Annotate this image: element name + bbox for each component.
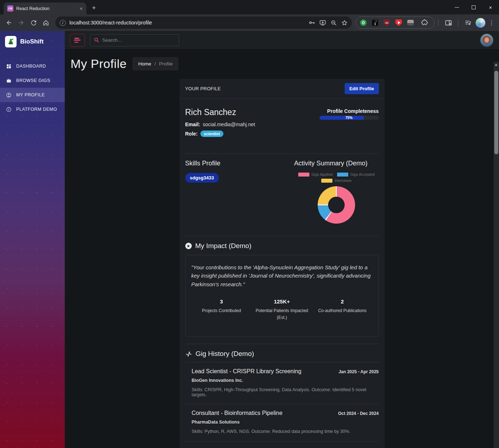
legend-swatch [321,179,332,183]
browser-tabstrip: CR React Reduction × + × [0,0,499,14]
home-icon [42,19,49,26]
reload-button[interactable] [27,17,40,29]
browser-toolbar: i localhost:3000/react-reduction/profile… [0,14,499,31]
site-info-icon[interactable]: i [60,20,66,26]
legend-item-gigs-accepted[interactable]: Gigs Accepted [337,172,375,177]
gig-details: Skills: CRISPR, High-Throughput Screenin… [192,387,379,397]
stat-label: Co-authored Publications [312,307,373,314]
tab-title: React Reduction [16,6,77,11]
donut-hole [328,197,345,213]
window-maximize-button[interactable] [465,0,482,14]
extension-robot-icon[interactable] [407,20,414,26]
sidebar-nav: DASHBOARD BROWSE GIGS MY PROFILE PLATFOR… [0,59,65,116]
address-bar[interactable]: i localhost:3000/react-reduction/profile [55,17,352,29]
search-input[interactable] [102,37,175,43]
page-scrollbar[interactable] [494,62,499,448]
legend-item-gigs-applied[interactable]: Gigs Applied [298,172,333,177]
tab-favicon: CR [7,5,13,12]
app-topbar [65,31,499,50]
sidebar-item-my-profile[interactable]: MY PROFILE [0,88,65,102]
chart-legend: Gigs Applied Gigs Accepted [294,172,379,183]
edit-profile-button[interactable]: Edit Profile [345,83,379,94]
playlist-icon [464,19,472,26]
profile-email-row: Email: social.media@mahj.net [185,122,255,127]
window-close-button[interactable]: × [482,0,499,14]
page-title: My Profile [71,57,127,71]
impact-star-icon: ★ [185,243,192,249]
side-panel-search-icon [445,19,452,27]
briefcase-icon [6,78,12,83]
legend-swatch [298,173,309,177]
gig-title: Consultant - Bioinformatics Pipeline [192,410,283,416]
person-icon [6,92,12,98]
legend-label: Gigs Accepted [350,172,375,177]
sidebar-item-dashboard[interactable]: DASHBOARD [0,59,65,73]
gig-company: PharmaData Solutions [192,420,379,425]
legend-swatch [337,173,348,177]
sidebar-item-label: MY PROFILE [16,92,45,97]
profile-card-header: YOUR PROFILE Edit Profile [180,79,385,99]
forward-button[interactable] [15,17,27,29]
divider [185,236,379,236]
extension-shield-icon[interactable]: UD [384,19,390,26]
extension-black-icon[interactable]: i [372,20,378,26]
side-panel-button[interactable] [442,17,454,29]
media-controls-button[interactable] [462,17,474,29]
password-manager-button[interactable] [307,17,317,28]
zoom-button[interactable] [328,17,339,28]
sidebar-item-browse-gigs[interactable]: BROWSE GIGS [0,73,65,88]
forward-icon [18,19,25,26]
profile-name: Rich Sanchez [185,108,255,117]
stat-patients: 125K+ Potential Patients Impacted (Est.) [252,298,312,321]
back-button[interactable] [3,17,15,29]
skills-activity-row: Skills Profile sdgsg3433 Activity Summar… [185,160,379,230]
brand[interactable]: BioShift [0,31,65,51]
gig-item: Lead Scientist - CRISPR Library Screenin… [185,367,379,399]
donut-chart-wrap [294,186,379,224]
play-icon [398,21,400,24]
browser-menu-button[interactable]: ⋮ [487,19,496,27]
toolbar-divider [458,19,458,26]
bookmark-button[interactable] [339,17,350,28]
stat-value: 3 [191,298,252,305]
info-circle-icon [6,107,12,112]
browser-profile-avatar[interactable] [476,18,485,28]
scrollbar-up-arrow-icon[interactable] [495,64,498,66]
divider [185,362,379,362]
window-minimize-button[interactable] [448,0,465,14]
stat-value: 125K+ [252,298,312,305]
user-avatar[interactable] [480,34,493,47]
skills-title: Skills Profile [185,160,221,167]
extension-green-icon[interactable]: D [360,19,367,26]
activity-title: Activity Summary (Demo) [294,160,379,167]
tab-close-icon[interactable]: × [80,6,83,11]
brand-name: BioShift [20,38,44,45]
new-tab-button[interactable]: + [89,3,99,13]
dashboard-grid-icon [6,64,12,69]
minimize-icon [455,7,459,8]
home-button[interactable] [40,17,52,29]
sidebar: BioShift DASHBOARD BROWSE GIGS MY PROFIL… [0,31,65,448]
extension-play-shield-icon[interactable] [395,19,402,26]
profile-completeness: Profile Completeness 75% [319,108,379,148]
extensions-puzzle-button[interactable] [419,17,430,28]
gig-history-heading: Gig History (Demo) [185,350,379,358]
breadcrumb-current: Profile [159,61,173,67]
sidebar-item-platform-demo[interactable]: PLATFORM DEMO [0,102,65,116]
activity-zigzag-icon [185,351,192,357]
completeness-percent: 75% [319,116,379,120]
completeness-label: Profile Completeness [319,108,379,114]
breadcrumb-home-link[interactable]: Home [138,61,151,67]
scrollbar-thumb[interactable] [494,71,498,154]
url-text[interactable]: localhost:3000/react-reduction/profile [69,20,307,26]
legend-label: Interviews [335,178,351,183]
main-area: My Profile Home / Profile YOUR PROFILE E… [65,31,499,448]
toolbar-divider [438,19,439,26]
search-icon [94,37,99,43]
gig-title: Lead Scientist - CRISPR Library Screenin… [192,368,301,375]
sidebar-toggle-button[interactable] [70,34,85,47]
media-save-button[interactable] [317,17,328,28]
browser-tab[interactable]: CR React Reduction × [4,3,86,14]
star-outline-icon [341,19,348,26]
legend-item-interviews[interactable]: Interviews [321,178,351,183]
